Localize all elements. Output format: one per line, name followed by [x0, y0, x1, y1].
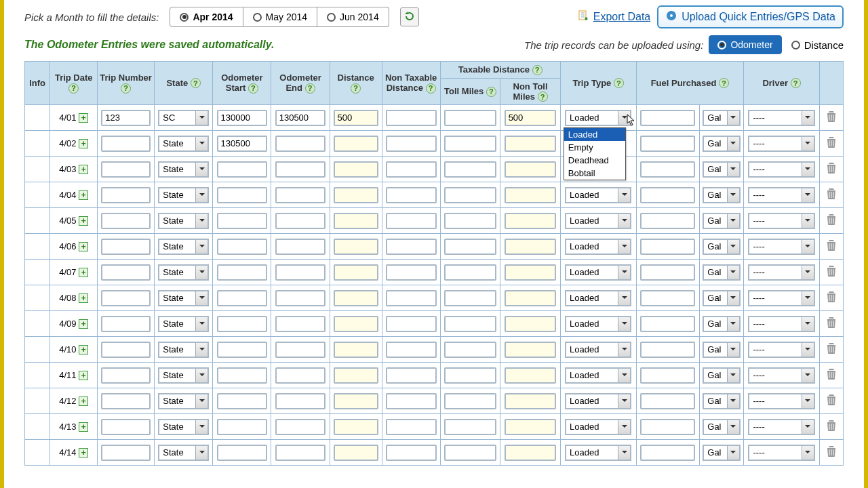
delete-row-icon[interactable]	[826, 368, 837, 380]
add-row-icon[interactable]: +	[79, 345, 88, 354]
distance-input[interactable]	[334, 367, 378, 384]
odometer-end-input[interactable]	[275, 316, 326, 332]
distance-input[interactable]	[334, 239, 378, 255]
driver-select[interactable]: ----	[748, 239, 814, 255]
help-icon[interactable]: ?	[305, 83, 315, 94]
non-taxable-input[interactable]	[386, 264, 437, 281]
odometer-start-input[interactable]	[217, 187, 268, 203]
add-row-icon[interactable]: +	[79, 113, 88, 123]
add-row-icon[interactable]: +	[79, 165, 88, 174]
driver-select[interactable]: ----	[748, 393, 814, 409]
driver-select[interactable]: ----	[748, 136, 814, 152]
toll-miles-input[interactable]	[444, 264, 496, 281]
toll-miles-input[interactable]	[444, 239, 496, 255]
odometer-start-input[interactable]	[217, 264, 268, 281]
trip-type-select[interactable]: Loaded	[565, 187, 631, 203]
help-icon[interactable]: ?	[719, 78, 729, 88]
state-select[interactable]: State	[158, 290, 209, 306]
toll-miles-input[interactable]	[444, 367, 496, 384]
non-taxable-input[interactable]	[386, 110, 437, 126]
add-row-icon[interactable]: +	[79, 242, 88, 251]
trip-number-input[interactable]	[101, 419, 151, 435]
help-icon[interactable]: ?	[426, 83, 436, 94]
dropdown-option[interactable]: Loaded	[564, 128, 625, 141]
delete-row-icon[interactable]	[826, 291, 837, 303]
trip-type-select[interactable]: Loaded	[565, 264, 631, 281]
fuel-unit-select[interactable]: Gal	[703, 213, 740, 229]
distance-input[interactable]	[334, 290, 378, 306]
state-select[interactable]: State	[158, 419, 209, 435]
non-toll-miles-input[interactable]	[505, 187, 557, 203]
non-taxable-input[interactable]	[386, 213, 437, 229]
fuel-purchased-input[interactable]	[640, 161, 695, 178]
fuel-purchased-input[interactable]	[640, 239, 695, 255]
add-row-icon[interactable]: +	[79, 319, 88, 329]
fuel-purchased-input[interactable]	[640, 316, 695, 332]
toll-miles-input[interactable]	[444, 316, 496, 332]
odometer-start-input[interactable]	[217, 290, 268, 306]
state-select[interactable]: State	[158, 264, 209, 281]
add-row-icon[interactable]: +	[79, 190, 88, 200]
driver-select[interactable]: ----	[748, 316, 814, 332]
trip-number-input[interactable]	[101, 342, 151, 358]
distance-input[interactable]	[334, 136, 378, 152]
help-icon[interactable]: ?	[68, 83, 79, 94]
add-row-icon[interactable]: +	[79, 268, 88, 277]
non-taxable-input[interactable]	[386, 445, 437, 461]
toll-miles-input[interactable]	[444, 187, 496, 203]
odometer-start-input[interactable]	[217, 161, 268, 178]
upload-gps-button[interactable]: Upload Quick Entries/GPS Data	[657, 5, 844, 28]
distance-input[interactable]	[334, 110, 378, 126]
fuel-unit-select[interactable]: Gal	[703, 110, 740, 126]
trip-type-select[interactable]: Loaded	[565, 110, 631, 126]
non-taxable-input[interactable]	[386, 316, 437, 332]
trip-number-input[interactable]	[101, 213, 151, 229]
odometer-end-input[interactable]	[275, 419, 326, 435]
export-data-link[interactable]: Export Data	[577, 9, 650, 24]
help-icon[interactable]: ?	[351, 83, 361, 94]
trip-type-select[interactable]: Loaded	[565, 445, 631, 461]
help-icon[interactable]: ?	[532, 65, 542, 75]
dropdown-option[interactable]: Deadhead	[564, 154, 625, 167]
fuel-unit-select[interactable]: Gal	[703, 445, 740, 461]
fuel-unit-select[interactable]: Gal	[703, 161, 740, 178]
non-taxable-input[interactable]	[386, 419, 437, 435]
driver-select[interactable]: ----	[748, 290, 814, 306]
add-row-icon[interactable]: +	[79, 422, 88, 432]
fuel-unit-select[interactable]: Gal	[703, 290, 740, 306]
add-row-icon[interactable]: +	[79, 396, 88, 406]
month-tab[interactable]: Apr 2014	[170, 7, 243, 27]
odometer-start-input[interactable]	[217, 419, 268, 435]
delete-row-icon[interactable]	[826, 110, 837, 123]
odometer-end-input[interactable]	[275, 367, 326, 384]
driver-select[interactable]: ----	[748, 342, 814, 358]
distance-input[interactable]	[334, 264, 378, 281]
delete-row-icon[interactable]	[826, 342, 837, 354]
distance-input[interactable]	[334, 419, 378, 435]
delete-row-icon[interactable]	[826, 136, 837, 148]
fuel-purchased-input[interactable]	[640, 342, 695, 358]
non-toll-miles-input[interactable]	[505, 367, 557, 384]
fuel-unit-select[interactable]: Gal	[703, 393, 740, 409]
trip-type-select[interactable]: Loaded	[565, 342, 631, 358]
delete-row-icon[interactable]	[826, 445, 837, 458]
odometer-end-input[interactable]	[275, 136, 326, 152]
non-taxable-input[interactable]	[386, 187, 437, 203]
odometer-end-input[interactable]	[275, 264, 326, 281]
trip-number-input[interactable]	[101, 393, 151, 409]
odometer-start-input[interactable]	[217, 367, 268, 384]
fuel-purchased-input[interactable]	[640, 367, 695, 384]
fuel-purchased-input[interactable]	[640, 264, 695, 281]
driver-select[interactable]: ----	[748, 161, 814, 178]
fuel-purchased-input[interactable]	[640, 110, 695, 126]
trip-type-dropdown[interactable]: LoadedEmptyDeadheadBobtail	[564, 127, 626, 180]
month-tab[interactable]: Jun 2014	[317, 7, 389, 27]
non-toll-miles-input[interactable]	[505, 290, 557, 306]
non-taxable-input[interactable]	[386, 342, 437, 358]
delete-row-icon[interactable]	[826, 214, 837, 226]
delete-row-icon[interactable]	[826, 317, 837, 329]
mode-distance-radio[interactable]: Distance	[791, 39, 844, 51]
odometer-start-input[interactable]	[217, 393, 268, 409]
non-toll-miles-input[interactable]	[505, 316, 557, 332]
dropdown-option[interactable]: Empty	[564, 141, 625, 154]
